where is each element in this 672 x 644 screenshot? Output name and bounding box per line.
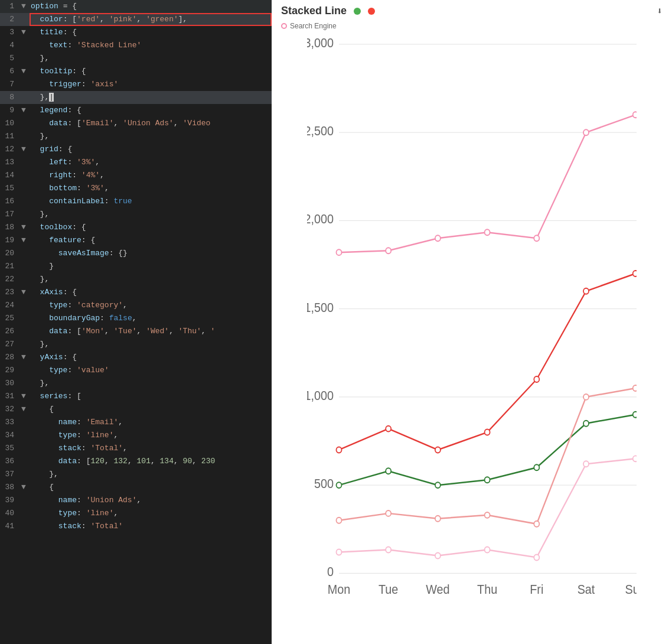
fold-arrow[interactable]: ▼ (21, 143, 30, 156)
fold-arrow (21, 78, 30, 91)
fold-arrow (21, 468, 30, 481)
code-line: 15 bottom: '3%', (0, 182, 272, 195)
code-line: 8 },| (0, 91, 272, 104)
line-number: 17 (0, 208, 21, 221)
legend-row: Search Engine (272, 22, 672, 32)
dot (485, 430, 490, 435)
line-content: text: 'Stacked Line' (30, 39, 272, 52)
line-content: data: [120, 132, 101, 134, 90, 230 (30, 455, 272, 468)
code-line: 13 left: '3%', (0, 156, 272, 169)
fold-arrow (21, 130, 30, 143)
fold-arrow[interactable]: ▼ (21, 234, 30, 247)
fold-arrow (21, 416, 30, 429)
code-line: 29 type: 'value' (0, 364, 272, 377)
code-editor[interactable]: 1 ▼ option = { 2 color: ['red', 'pink', … (0, 0, 272, 644)
fold-arrow (21, 377, 30, 390)
fold-arrow (21, 208, 30, 221)
line-content: feature: { (30, 234, 272, 247)
status-dot-red (368, 8, 375, 15)
line-content: }, (30, 377, 272, 390)
fold-arrow (21, 299, 30, 312)
line-number: 27 (0, 338, 21, 351)
line-content: { (30, 481, 272, 494)
svg-text:Sat: Sat (578, 582, 595, 596)
line-number: 31 (0, 390, 21, 403)
code-line: 26 data: ['Mon', 'Tue', 'Wed', 'Thu', ' (0, 325, 272, 338)
line-content: type: 'line', (30, 507, 272, 520)
line-number: 1 (0, 0, 21, 13)
line-number: 8 (0, 91, 21, 104)
line-number: 33 (0, 416, 21, 429)
fold-arrow[interactable]: ▼ (21, 390, 30, 403)
fold-arrow (21, 364, 30, 377)
line-content: yAxis: { (30, 351, 272, 364)
download-icon[interactable]: ⬇ (657, 5, 663, 17)
line-content: color: ['red', 'pink', 'green'], (30, 13, 272, 26)
line-number: 30 (0, 377, 21, 390)
line-red-low (339, 388, 635, 524)
line-content: toolbox: { (30, 221, 272, 234)
dot (435, 235, 441, 241)
code-line: 7 trigger: 'axis' (0, 78, 272, 91)
fold-arrow (21, 13, 30, 26)
line-number: 9 (0, 104, 21, 117)
fold-arrow (21, 52, 30, 65)
fold-arrow (21, 169, 30, 182)
line-content: legend: { (30, 104, 272, 117)
fold-arrow[interactable]: ▼ (21, 286, 30, 299)
fold-arrow[interactable]: ▼ (21, 65, 30, 78)
dot (337, 447, 342, 453)
svg-text:Fri: Fri (530, 582, 543, 596)
fold-arrow (21, 117, 30, 130)
line-content: name: 'Union Ads', (30, 494, 272, 507)
line-content: stack: 'Total', (30, 442, 272, 455)
code-line: 21 } (0, 260, 272, 273)
line-content: name: 'Email', (30, 416, 272, 429)
dot (534, 555, 539, 561)
line-content: { (30, 403, 272, 416)
legend-item-search-engine[interactable]: Search Engine (281, 22, 337, 30)
line-content: }, (30, 52, 272, 65)
fold-arrow (21, 195, 30, 208)
fold-arrow (21, 91, 30, 104)
status-dot-green (354, 8, 361, 15)
svg-text:1,000: 1,000 (307, 388, 334, 402)
line-number: 28 (0, 351, 21, 364)
fold-arrow (21, 338, 30, 351)
dot (386, 426, 391, 432)
line-number: 16 (0, 195, 21, 208)
fold-arrow[interactable]: ▼ (21, 403, 30, 416)
fold-arrow[interactable]: ▼ (21, 104, 30, 117)
line-content: tooltip: { (30, 65, 272, 78)
fold-arrow[interactable]: ▼ (21, 481, 30, 494)
line-number: 10 (0, 117, 21, 130)
code-line: 25 boundaryGap: false, (0, 312, 272, 325)
svg-text:2,000: 2,000 (307, 212, 334, 226)
code-line: 20 saveAsImage: {} (0, 247, 272, 260)
svg-text:1,500: 1,500 (307, 300, 334, 314)
fold-arrow[interactable]: ▼ (21, 0, 30, 13)
line-content: }, (30, 130, 272, 143)
fold-arrow (21, 312, 30, 325)
svg-text:500: 500 (314, 476, 334, 490)
code-line: 28 ▼ yAxis: { (0, 351, 272, 364)
fold-arrow[interactable]: ▼ (21, 221, 30, 234)
line-number: 22 (0, 273, 21, 286)
dot (583, 288, 589, 294)
dot (386, 248, 391, 253)
code-line: 10 data: ['Email', 'Union Ads', 'Video (0, 117, 272, 130)
code-line: 22 }, (0, 273, 272, 286)
fold-arrow (21, 494, 30, 507)
code-line: 6 ▼ tooltip: { (0, 65, 272, 78)
chart-header: Stacked Line ⬇ (272, 0, 672, 22)
line-number: 38 (0, 481, 21, 494)
dot (386, 468, 391, 474)
fold-arrow[interactable]: ▼ (21, 351, 30, 364)
fold-arrow (21, 182, 30, 195)
line-number: 41 (0, 520, 21, 533)
line-number: 2 (0, 13, 21, 26)
code-line: 31 ▼ series: [ (0, 390, 272, 403)
fold-arrow[interactable]: ▼ (21, 26, 30, 39)
line-number: 18 (0, 221, 21, 234)
stacked-line-chart: .grid-line { stroke: #e0e0e0; stroke-wid… (307, 38, 637, 614)
